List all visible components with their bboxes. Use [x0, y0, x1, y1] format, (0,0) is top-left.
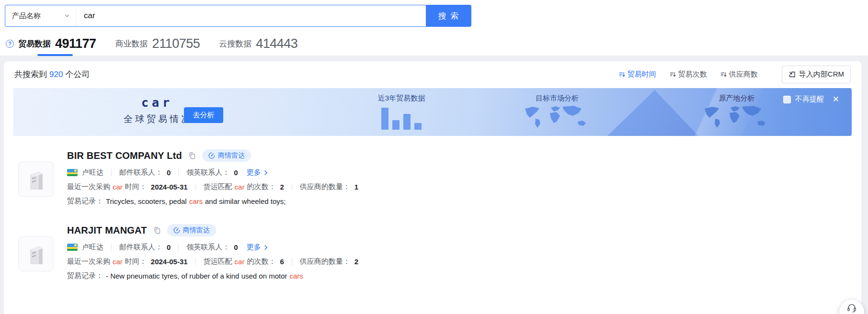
tab-count: 2110755: [152, 36, 200, 51]
purchase-date: 2024-05-31: [151, 183, 188, 191]
contact-row: 卢旺达 邮件联系人： 0 领英联系人： 0 更多: [67, 243, 358, 252]
badge-label: 商情雷达: [218, 151, 245, 160]
record-keyword: cars: [189, 197, 203, 205]
sort-icon: [670, 71, 676, 78]
banner-subtitle: 全球贸易情况: [124, 113, 191, 125]
email-contacts-label: 邮件联系人：: [119, 168, 162, 177]
trade-record-row: 贸易记录： - New pneumatic tyres, of rubber o…: [67, 271, 358, 280]
feature-market-label: 目标市场分析: [514, 94, 600, 103]
tab-cloud-search-data[interactable]: 云搜数据 414443: [219, 36, 297, 51]
import-crm-button[interactable]: 导入内部CRM: [782, 66, 851, 83]
separator: [111, 169, 112, 176]
close-icon[interactable]: ✕: [833, 95, 839, 103]
contact-row: 卢旺达 邮件联系人： 0 领英联系人： 0 更多: [67, 168, 358, 177]
feature-origin-label: 原产地分析: [694, 94, 780, 103]
email-contacts-value: 0: [167, 243, 171, 251]
radar-icon: [208, 152, 215, 159]
dismiss-checkbox[interactable]: [783, 96, 791, 103]
feature-target-market: 目标市场分析: [514, 94, 600, 132]
sort-icon: [619, 71, 625, 78]
results-count: 920: [49, 70, 63, 79]
search-button[interactable]: 搜 索: [426, 5, 471, 27]
go-analyze-button[interactable]: 去分析: [184, 107, 223, 123]
rwanda-flag-icon: [67, 244, 78, 251]
tab-count: 491177: [55, 36, 96, 51]
question-circle-icon[interactable]: ?: [6, 40, 14, 48]
divider-band: [0, 56, 868, 61]
separator: [195, 183, 196, 191]
found-suffix: 个公司: [65, 70, 90, 79]
feature-origin-analysis: 原产地分析: [694, 94, 780, 132]
tab-label: 贸易数据: [18, 38, 51, 49]
world-map-icon: [521, 105, 593, 130]
email-contacts-value: 0: [167, 168, 171, 177]
found-prefix: 共搜索到: [14, 70, 47, 79]
analysis-banner: car 全球贸易情况 去分析 近3年贸易数据 目标市场分析: [13, 88, 852, 136]
results-count-text: 共搜索到920个公司: [14, 69, 90, 80]
country-name: 卢旺达: [82, 243, 103, 252]
separator: [178, 244, 179, 251]
sort-supplier-count[interactable]: 供应商数: [720, 70, 758, 79]
separator: [292, 258, 292, 265]
linkedin-contacts-value: 0: [234, 243, 238, 251]
trade-record-row: 贸易记录： Tricycles, scooters, pedal cars an…: [67, 197, 358, 206]
feature-trade-label: 近3年贸易数据: [358, 94, 445, 103]
chevron-right-icon: [263, 245, 269, 250]
sort-controls: 贸易时间 贸易次数 供应商数 导入内部CRM: [619, 66, 851, 83]
supplier-label: 供应商的数量：: [300, 182, 350, 191]
headset-icon: [846, 303, 857, 313]
freight-count: 6: [280, 258, 284, 266]
trade-stats-row: 最近一次采购 car 时间： 2024-05-31 货运匹配 car 的次数： …: [67, 182, 358, 191]
business-radar-badge[interactable]: 商情雷达: [167, 224, 216, 236]
copy-icon[interactable]: [153, 226, 161, 234]
freight-suffix: 的次数：: [247, 182, 275, 191]
import-crm-label: 导入内部CRM: [799, 70, 844, 79]
company-list: BIR BEST COMPANY Ltd 商情雷达 卢旺达 邮件联系人： 0: [4, 136, 861, 280]
top-search-bar: 产品名称 搜 索: [0, 0, 868, 32]
badge-label: 商情雷达: [183, 226, 210, 235]
record-label: 贸易记录：: [67, 197, 103, 206]
product-category-select[interactable]: 产品名称: [5, 5, 76, 26]
search-field: 产品名称: [5, 5, 426, 27]
search-input[interactable]: [76, 5, 426, 26]
sort-trade-count[interactable]: 贸易次数: [670, 70, 707, 79]
company-name[interactable]: BIR BEST COMPANY Ltd: [67, 150, 182, 161]
building-placeholder-icon: [26, 168, 46, 191]
copy-icon[interactable]: [188, 152, 196, 159]
record-text: Tricycles, scooters, pedal: [106, 197, 187, 205]
separator: [111, 244, 112, 251]
radar-icon: [173, 227, 180, 234]
supplier-label: 供应商的数量：: [300, 257, 350, 266]
banner-keyword-block: car 全球贸易情况: [124, 96, 191, 125]
chevron-right-icon: [263, 170, 269, 176]
more-label: 更多: [247, 243, 261, 252]
bar: [381, 108, 388, 130]
tab-label: 云搜数据: [219, 38, 251, 49]
tab-count: 414443: [256, 36, 297, 51]
company-thumbnail: [18, 236, 54, 271]
record-keyword: cars: [290, 272, 303, 280]
more-link[interactable]: 更多: [247, 243, 269, 252]
data-tabs: ? 贸易数据 491177 商业数据 2110755 云搜数据 414443: [0, 32, 868, 56]
building-placeholder-icon: [26, 242, 46, 265]
company-thumbnail: [18, 161, 54, 197]
company-details: HARJIT MANGAT 商情雷达 卢旺达 邮件联系人： 0: [67, 223, 358, 280]
more-link[interactable]: 更多: [247, 168, 269, 177]
tab-trade-data[interactable]: ? 贸易数据 491177: [6, 36, 96, 51]
results-panel: 共搜索到920个公司 贸易时间 贸易次数 供应商数 导入内部CRM: [4, 61, 861, 314]
freight-count: 2: [280, 183, 284, 191]
sort-label: 贸易次数: [678, 70, 707, 79]
separator: [178, 169, 179, 176]
keyword-highlight: car: [235, 183, 245, 191]
world-map-icon: [701, 105, 773, 130]
company-name[interactable]: HARJIT MANGAT: [67, 225, 147, 236]
purchase-suffix: 时间：: [125, 257, 147, 266]
supplier-count: 1: [354, 183, 358, 191]
dismiss-label: 不再提醒: [795, 95, 824, 104]
chevron-down-icon: [64, 13, 70, 19]
sort-trade-time[interactable]: 贸易时间: [619, 70, 656, 79]
tab-business-data[interactable]: 商业数据 2110755: [115, 36, 200, 51]
business-radar-badge[interactable]: 商情雷达: [202, 149, 251, 162]
trade-stats-row: 最近一次采购 car 时间： 2024-05-31 货运匹配 car 的次数： …: [67, 257, 358, 266]
rwanda-flag-icon: [67, 169, 78, 176]
